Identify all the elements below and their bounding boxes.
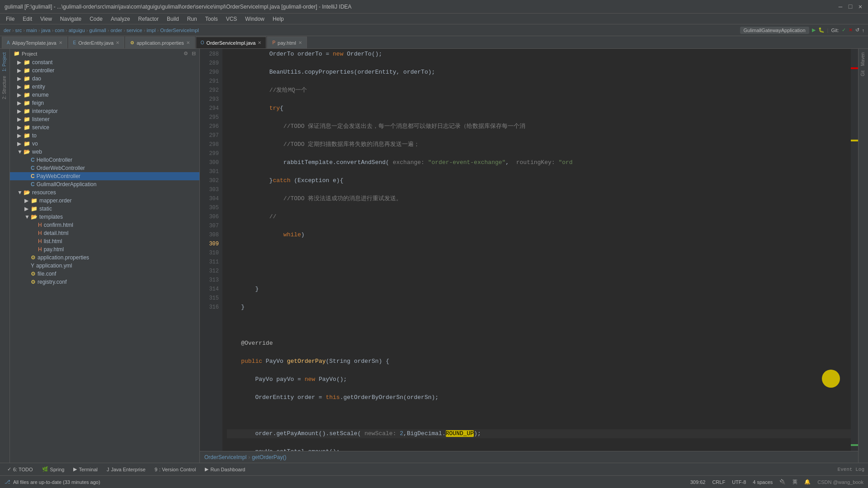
bottom-tab-terminal[interactable]: ▶ Terminal [70,465,101,473]
crumb-service[interactable]: service [127,28,142,33]
encoding[interactable]: UTF-8 [732,479,746,485]
tree-templates[interactable]: ▼ 📂 templates [10,213,199,221]
tree-to[interactable]: ▶ 📁 to [10,131,199,140]
code-line-297: // [227,212,851,221]
event-log-button[interactable]: Event Log [838,467,864,472]
arrow-icon: ▶ [17,100,24,106]
bottom-tab-version-control[interactable]: 9 : Version Control [151,466,199,473]
menu-vcs[interactable]: VCS [222,15,241,23]
breadcrumb-method[interactable]: getOrderPay() [252,454,286,460]
tab-payhtml[interactable]: P pay.html ✕ [267,37,307,48]
crumb-src[interactable]: src [15,28,22,33]
maximize-button[interactable]: □ [847,4,854,10]
tab-close-appprop[interactable]: ✕ [186,40,190,45]
folder-icon: 📁 [24,75,30,82]
crumb-order[interactable]: order [110,28,122,33]
menu-file[interactable]: File [2,15,18,23]
bottom-tab-run-dashboard[interactable]: ▶ Run Dashboard [201,465,249,473]
tree-listener[interactable]: ▶ 📁 listener [10,115,199,123]
tree-application-yml[interactable]: Y application.yml [10,262,199,270]
menu-run[interactable]: Run [184,15,201,23]
panel-tab-maven[interactable]: Maven [859,51,867,68]
tree-detail-html[interactable]: H detail.html [10,229,199,237]
tab-close-orderentity[interactable]: ✕ [116,40,119,45]
tree-constant[interactable]: ▶ 📁 constant [10,58,199,66]
tree-hellocontroller[interactable]: C HelloController [10,156,199,164]
sidebar-collapse-icon[interactable]: ⊟ [192,51,196,56]
tree-pay-html[interactable]: H pay.html [10,245,199,253]
debug-button[interactable]: 🐛 [818,27,825,33]
tree-orderwebcontroller[interactable]: C OrderWebController [10,164,199,172]
git-cross-button[interactable]: ✕ [849,27,853,33]
tree-web[interactable]: ▼ 📂 web [10,148,199,156]
crumb-gulimall[interactable]: gulimall [90,28,106,33]
menu-refactor[interactable]: Refactor [135,15,162,23]
tree-vo[interactable]: ▶ 📁 vo [10,140,199,148]
git-push-button[interactable]: ↑ [862,28,865,33]
tree-interceptor[interactable]: ▶ 📁 interceptor [10,107,199,115]
bottom-tab-label: : Version Control [159,467,196,472]
git-check-button[interactable]: ✓ [842,27,846,33]
user-info: CSDN @wang_book [817,479,863,485]
menu-help[interactable]: Help [269,15,288,23]
code-area[interactable]: 288 289 290 291 292 293 294 295 296 297●… [200,49,858,451]
tab-orderserviceimpl[interactable]: O OrderServiceImpl.java ✕ [196,37,267,48]
tree-dao[interactable]: ▶ 📁 dao [10,75,199,83]
close-button[interactable]: ✕ [857,4,863,10]
crumb-atguigu[interactable]: atguigu [69,28,85,33]
menu-build[interactable]: Build [163,15,183,23]
crumb-com[interactable]: com [55,28,64,33]
panel-tab-git[interactable]: Git [859,69,867,78]
cursor-position[interactable]: 309:62 [690,479,706,485]
tree-feign[interactable]: ▶ 📁 feign [10,99,199,107]
tree-application-properties[interactable]: ⚙ application.properties [10,253,199,262]
menu-analyze[interactable]: Analyze [107,15,134,23]
minimize-button[interactable]: — [837,4,844,10]
menu-code[interactable]: Code [86,15,106,23]
menu-window[interactable]: Window [241,15,268,23]
tree-entity[interactable]: ▶ 📁 entity [10,83,199,91]
tree-controller[interactable]: ▶ 📁 controller [10,66,199,75]
notifications-icon[interactable]: 🔔 [804,479,811,485]
tree-file-conf[interactable]: ⚙ file.conf [10,270,199,278]
tree-registry-conf[interactable]: ⚙ registry.conf [10,278,199,286]
tree-resources[interactable]: ▼ 📂 resources [10,188,199,197]
tree-paywebcontroller[interactable]: C PayWebController [10,172,199,180]
tree-confirm-html[interactable]: H confirm.html [10,221,199,229]
bottom-tab-java-enterprise[interactable]: J Java Enterprise [103,466,149,473]
panel-tab-project[interactable]: 1: Project [1,51,9,73]
crumb-der[interactable]: der [4,28,11,33]
line-ending[interactable]: CRLF [712,479,725,485]
tree-enume[interactable]: ▶ 📁 enume [10,91,199,99]
menu-navigate[interactable]: Navigate [57,15,85,23]
indent-info[interactable]: 4 spaces [753,479,773,485]
run-button[interactable]: ▶ [812,27,816,33]
crumb-impl[interactable]: impl [146,28,156,33]
tab-orderentity[interactable]: E OrderEntity.java ✕ [68,37,125,48]
tree-service[interactable]: ▶ 📁 service [10,123,199,131]
sidebar-settings-icon[interactable]: ⚙ [184,51,188,56]
menu-edit[interactable]: Edit [19,15,36,23]
tree-list-html[interactable]: H list.html [10,237,199,245]
panel-tab-structure[interactable]: 2: Structure [1,74,9,101]
tab-close-orderserviceimpl[interactable]: ✕ [258,40,261,45]
menu-view[interactable]: View [37,15,56,23]
tab-applicationproperties[interactable]: ⚙ application.properties ✕ [125,37,195,48]
tree-mapper-order[interactable]: ▶ 📁 mapper.order [10,197,199,205]
crumb-java[interactable]: java [41,28,50,33]
bottom-tab-spring[interactable]: 🌿 Spring [38,465,68,473]
menu-tools[interactable]: Tools [202,15,222,23]
tab-alipaytemplate[interactable]: A AlipayTemplate.java ✕ [2,37,67,48]
crumb-orderserviceimpl[interactable]: OrderServiceImpl [160,28,199,33]
tree-gulimallorderapplication[interactable]: C GulimallOrderApplication [10,180,199,188]
tab-close-payhtml[interactable]: ✕ [298,40,302,45]
code-lines[interactable]: OrderTo orderTo = new OrderTo(); BeanUti… [222,49,851,451]
tab-close-alipaytemplate[interactable]: ✕ [59,40,62,45]
git-refresh-button[interactable]: ↺ [855,27,859,33]
bottom-tab-todo[interactable]: ✓ 6: TODO [4,465,37,473]
arrow-icon: ▼ [24,214,31,220]
run-config-name[interactable]: GulimallGatewayApplication [740,27,809,34]
breadcrumb-class[interactable]: OrderServiceImpl [204,454,246,460]
tree-static[interactable]: ▶ 📁 static [10,205,199,213]
crumb-main[interactable]: main [26,28,37,33]
